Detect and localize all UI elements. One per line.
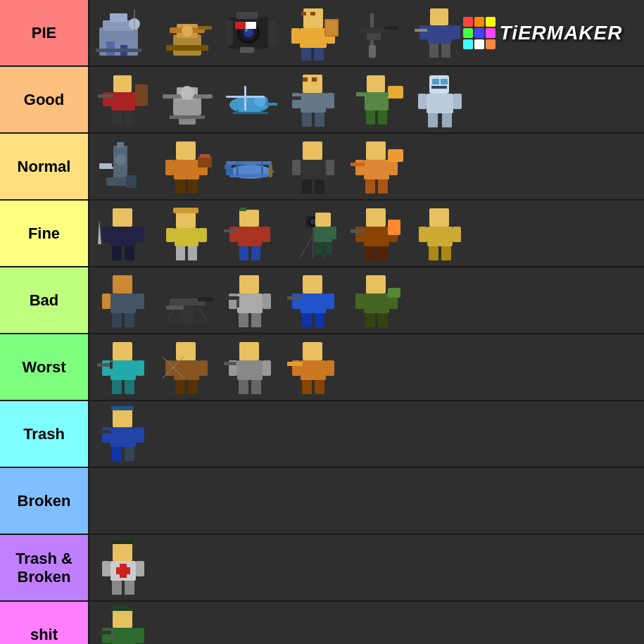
tier-content-normal xyxy=(88,134,644,199)
svg-rect-205 xyxy=(292,293,301,309)
svg-rect-238 xyxy=(251,380,261,394)
svg-rect-48 xyxy=(111,92,135,111)
svg-rect-155 xyxy=(224,229,238,232)
tier-label-pie: PIE xyxy=(0,0,88,65)
svg-rect-259 xyxy=(116,567,130,574)
svg-rect-143 xyxy=(175,228,198,246)
tier-row-broken: Broken xyxy=(0,468,644,535)
svg-rect-15 xyxy=(226,20,233,45)
svg-rect-268 xyxy=(136,628,144,643)
tier-row-fine: Fine xyxy=(0,201,644,267)
svg-rect-65 xyxy=(266,99,268,104)
svg-rect-264 xyxy=(113,610,132,628)
svg-rect-187 xyxy=(125,313,134,327)
tier-label-worst: Worst xyxy=(0,334,88,400)
tier-content-pie: TiERMAKER xyxy=(88,0,644,65)
svg-rect-122 xyxy=(292,160,301,175)
svg-rect-32 xyxy=(326,20,337,35)
svg-rect-271 xyxy=(97,631,113,634)
svg-rect-139 xyxy=(125,246,134,260)
tier-content-good xyxy=(88,67,644,132)
svg-rect-263 xyxy=(125,581,134,595)
svg-rect-108 xyxy=(200,154,210,158)
svg-rect-186 xyxy=(112,313,122,327)
svg-rect-163 xyxy=(315,213,331,227)
svg-marker-140 xyxy=(98,220,101,244)
tiermaker-logo: TiERMAKER xyxy=(472,3,613,63)
svg-rect-173 xyxy=(378,246,388,260)
tier-content-trashbroken xyxy=(88,535,644,600)
svg-rect-98 xyxy=(117,142,124,148)
tier-row-shit: shit xyxy=(0,602,644,644)
svg-rect-85 xyxy=(366,111,375,125)
list-item xyxy=(282,70,346,130)
tier-label-fine: Fine xyxy=(0,201,88,266)
svg-rect-117 xyxy=(268,170,274,172)
svg-rect-124 xyxy=(302,179,312,194)
svg-rect-236 xyxy=(263,360,271,376)
svg-rect-234 xyxy=(237,360,263,380)
svg-rect-121 xyxy=(301,160,326,179)
tier-label-normal: Normal xyxy=(0,134,88,199)
tier-label-shit: shit xyxy=(0,602,88,644)
tier-row-worst: Worst xyxy=(0,334,644,401)
list-item xyxy=(219,70,282,130)
svg-rect-204 xyxy=(301,293,326,313)
svg-rect-134 xyxy=(113,208,132,227)
svg-rect-181 xyxy=(441,246,451,260)
svg-rect-250 xyxy=(102,427,111,443)
list-item xyxy=(282,203,346,263)
svg-rect-34 xyxy=(310,12,315,15)
svg-rect-246 xyxy=(287,362,303,366)
svg-rect-128 xyxy=(355,160,364,175)
tier-row-trashbroken: Trash & Broken xyxy=(0,535,644,602)
svg-rect-218 xyxy=(111,360,136,380)
svg-point-19 xyxy=(244,27,253,37)
svg-rect-210 xyxy=(366,275,386,293)
svg-rect-254 xyxy=(97,430,111,434)
svg-rect-42 xyxy=(419,25,428,39)
svg-rect-265 xyxy=(111,607,134,611)
svg-rect-255 xyxy=(113,543,132,561)
svg-rect-115 xyxy=(261,161,263,175)
svg-rect-5 xyxy=(96,49,141,52)
svg-rect-29 xyxy=(301,48,311,61)
svg-rect-178 xyxy=(419,227,427,242)
svg-point-20 xyxy=(245,29,248,32)
svg-rect-251 xyxy=(136,427,144,443)
svg-rect-46 xyxy=(415,29,427,32)
svg-rect-247 xyxy=(113,409,132,427)
list-item xyxy=(92,337,156,397)
svg-rect-91 xyxy=(428,113,438,127)
svg-rect-142 xyxy=(173,208,198,213)
svg-rect-110 xyxy=(188,179,198,194)
svg-rect-229 xyxy=(175,380,185,394)
list-item xyxy=(346,3,409,63)
svg-rect-132 xyxy=(388,149,403,162)
svg-rect-120 xyxy=(303,141,322,160)
list-item xyxy=(409,203,472,263)
svg-rect-224 xyxy=(110,362,113,369)
svg-rect-220 xyxy=(136,360,144,376)
svg-rect-73 xyxy=(301,93,326,113)
svg-rect-59 xyxy=(193,94,213,99)
list-item xyxy=(92,538,156,598)
svg-point-13 xyxy=(182,25,193,37)
list-item xyxy=(282,270,346,330)
svg-rect-88 xyxy=(427,94,453,113)
svg-rect-114 xyxy=(236,161,239,175)
svg-rect-22 xyxy=(240,47,254,53)
svg-rect-152 xyxy=(239,246,248,260)
svg-rect-165 xyxy=(329,227,336,239)
svg-rect-100 xyxy=(99,163,112,169)
svg-rect-112 xyxy=(226,161,272,165)
svg-rect-144 xyxy=(166,228,175,242)
svg-rect-109 xyxy=(175,179,185,194)
list-item xyxy=(92,137,156,196)
svg-rect-148 xyxy=(239,210,259,227)
svg-rect-53 xyxy=(98,94,113,98)
svg-rect-33 xyxy=(301,12,306,15)
svg-rect-47 xyxy=(113,75,132,92)
list-item xyxy=(219,270,282,330)
list-item xyxy=(92,203,156,263)
